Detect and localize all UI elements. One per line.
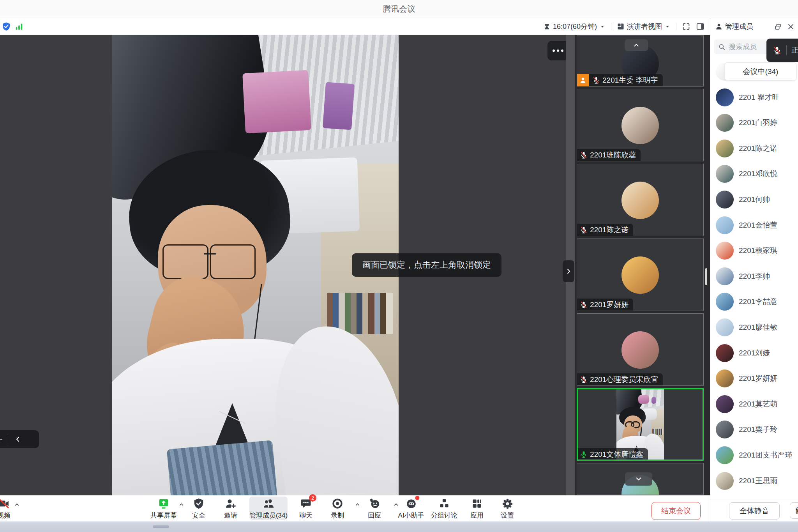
member-name: 2201稂家琪	[739, 246, 777, 256]
member-avatar	[716, 369, 734, 387]
toolbar-item-record[interactable]: 录制	[331, 497, 344, 520]
timer-label: 16:07(60分钟)	[553, 22, 597, 31]
toolbar-item-invite[interactable]: 邀请	[224, 497, 237, 520]
member-row[interactable]: 2201刘婕	[710, 340, 798, 366]
chevron-left-icon	[14, 436, 21, 443]
tile-name-chip: 2201罗妍妍	[577, 299, 633, 311]
tab-in-meeting[interactable]: 会议中(34)	[724, 62, 797, 81]
member-row[interactable]: 2201王思雨	[710, 468, 798, 494]
mic-off-icon	[580, 151, 588, 159]
toolbar-item-apps[interactable]: 应用	[470, 497, 484, 520]
toolbar-item-ai[interactable]: AI小助手	[398, 497, 424, 520]
member-row[interactable]: 2201金怡萱	[710, 212, 798, 238]
member-row[interactable]: 2201廖佳敏	[710, 315, 798, 340]
mic-off-icon	[592, 76, 600, 84]
side-panel-icon[interactable]	[696, 22, 704, 31]
member-row[interactable]: 2201罗妍妍	[710, 366, 798, 391]
strip-scroll-down-button[interactable]	[625, 472, 652, 486]
end-meeting-button[interactable]: 结束会议	[651, 502, 701, 520]
video-tile[interactable]: 2201班陈欣蕊	[577, 89, 704, 161]
ai-icon	[405, 498, 417, 509]
toolbar-item-label: 分组讨论	[431, 511, 457, 520]
record-icon	[332, 498, 343, 509]
toolbar-item-caret[interactable]	[14, 501, 20, 508]
close-panel-icon[interactable]	[787, 23, 794, 30]
title-bar: 腾讯会议	[0, 0, 798, 18]
tile-participant-name: 2201陈之诺	[590, 225, 629, 235]
member-name: 2201李帅	[739, 271, 770, 281]
member-row[interactable]: 2201白羽婷	[710, 110, 798, 136]
member-row[interactable]: 2201莫艺萌	[710, 391, 798, 417]
caret-down-icon	[599, 23, 606, 30]
divider	[8, 434, 8, 444]
mic-tooltip-label: 正	[791, 45, 798, 55]
toolbar-item-caret[interactable]	[178, 501, 184, 508]
toolbar-item-label: 安全	[192, 511, 205, 520]
mute-all-button[interactable]: 全体静音	[729, 502, 780, 520]
toolbar-item-caret[interactable]	[355, 501, 360, 508]
toolbar-item-security[interactable]: 安全	[192, 497, 205, 520]
member-name: 2201粟子玲	[739, 424, 777, 435]
view-mode-label: 演讲者视图	[627, 22, 662, 31]
strip-scroll-up-button[interactable]	[625, 39, 648, 51]
page-nav-button[interactable]	[0, 430, 39, 448]
member-avatar	[716, 165, 734, 183]
member-row[interactable]: 2201李帅	[710, 263, 798, 289]
member-name: 2201何帅	[739, 194, 770, 205]
taskbar-item	[153, 525, 169, 528]
view-mode-selector[interactable]: 演讲者视图	[617, 22, 671, 31]
member-avatar	[716, 293, 734, 311]
member-row[interactable]: 2201何帅	[710, 187, 798, 212]
network-signal-icon[interactable]	[15, 22, 23, 31]
member-panel-header: 管理成员	[710, 18, 798, 35]
main-stage: 画面已锁定，点击左上角取消锁定	[0, 35, 575, 495]
member-name: 2201 瞿才旺	[739, 92, 780, 103]
member-panel-title: 管理成员	[725, 22, 753, 31]
toolbar-item-settings[interactable]: 设置	[501, 497, 514, 520]
toolbar-item-breakout[interactable]: 分组讨论	[431, 497, 457, 520]
tile-avatar	[621, 256, 659, 294]
video-tile[interactable]: 2201罗妍妍	[577, 239, 704, 311]
popout-panel-icon[interactable]	[774, 23, 782, 30]
meeting-window: 腾讯会议 16:07(60分钟) 演讲者视图 管理成员	[0, 0, 798, 532]
divider	[676, 23, 676, 30]
chevron-up-icon	[633, 42, 640, 49]
member-row[interactable]: 2201 瞿才旺	[710, 85, 798, 110]
member-row[interactable]: 2201陈之诺	[710, 136, 798, 161]
member-row[interactable]: 2201李喆意	[710, 289, 798, 315]
member-row[interactable]: 2201稂家琪	[710, 238, 798, 263]
video-tile[interactable]: 2201心理委员宋欣宜	[577, 313, 704, 386]
collapse-strip-button[interactable]	[563, 260, 574, 282]
fullscreen-icon[interactable]	[682, 22, 690, 31]
breakout-icon	[438, 498, 450, 509]
tile-participant-name: 2201罗妍妍	[590, 300, 629, 310]
strip-scrollbar[interactable]	[705, 268, 707, 285]
member-name: 2201邓欣悦	[739, 169, 777, 179]
member-name: 2201刘婕	[739, 348, 770, 358]
meeting-timer[interactable]: 16:07(60分钟)	[543, 22, 606, 31]
toolbar-item-members[interactable]: 管理成员(34)	[249, 497, 288, 520]
member-avatar	[716, 267, 734, 285]
toolbar-item-share[interactable]: 共享屏幕	[150, 497, 177, 520]
person-icon	[715, 23, 723, 30]
video-tile[interactable]: 2201陈之诺	[577, 164, 704, 236]
member-row[interactable]: 2201邓欣悦	[710, 161, 798, 187]
member-row[interactable]: 2201粟子玲	[710, 417, 798, 442]
member-avatar	[716, 395, 734, 413]
video-tile[interactable]: 2201文体唐愷鑫	[577, 388, 704, 461]
toolbar-item-video[interactable]: 视频	[0, 497, 11, 520]
member-name: 2201王思雨	[739, 476, 777, 486]
toolbar-item-chat[interactable]: 2聊天	[299, 497, 312, 520]
security-shield-icon[interactable]	[2, 22, 11, 31]
toolbar-item-reaction[interactable]: 回应	[368, 497, 381, 520]
search-input[interactable]: 搜索成员	[714, 39, 773, 54]
toolbar-item-label: 录制	[331, 511, 344, 520]
host-badge	[577, 74, 589, 87]
member-row[interactable]: 2201团支书严瑾	[710, 442, 798, 468]
toolbar-item-label: 管理成员(34)	[249, 511, 288, 520]
chevron-down-icon	[635, 475, 643, 483]
member-name: 2201李喆意	[739, 297, 777, 307]
more-options-button[interactable]	[547, 41, 568, 60]
mic-off-icon	[580, 376, 588, 384]
unmute-all-button[interactable]: 解	[790, 502, 798, 519]
